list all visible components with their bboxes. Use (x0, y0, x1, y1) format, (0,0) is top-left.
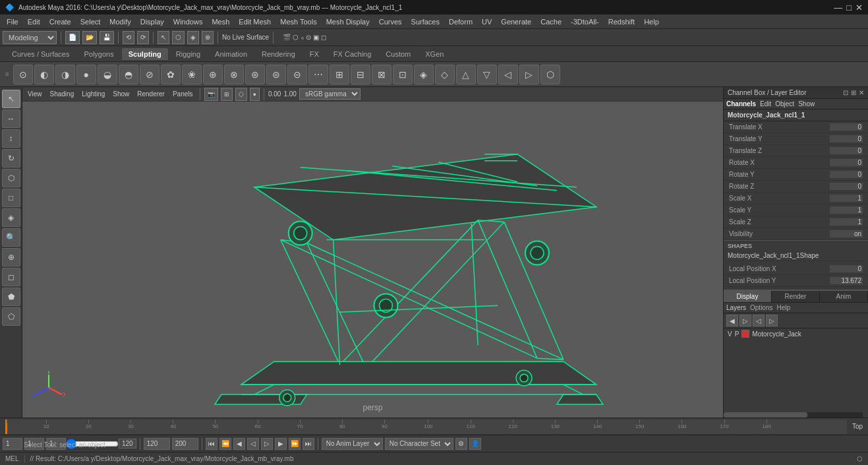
shelf-btn-15[interactable]: ⊞ (330, 65, 349, 84)
left-tool-1[interactable]: ↔ (2, 109, 20, 128)
play-fwd-btn[interactable]: ▷ (261, 438, 273, 450)
left-tool-8[interactable]: ⊕ (2, 248, 20, 266)
shelf-btn-17[interactable]: ⊠ (372, 65, 391, 84)
channels-tab[interactable]: Channels (726, 100, 756, 108)
tab-animation[interactable]: Animation (208, 48, 254, 60)
edit-tab[interactable]: Edit (760, 100, 771, 108)
tab-polygons[interactable]: Polygons (77, 48, 120, 60)
anim-layer-select[interactable]: No Anim Layer (322, 438, 383, 450)
redo-btn[interactable]: ⟳ (137, 31, 149, 44)
left-tool-11[interactable]: ⬠ (2, 307, 20, 326)
menu-item-edit[interactable]: Edit (24, 16, 44, 27)
tab-custom[interactable]: Custom (379, 48, 417, 60)
shelf-btn-14[interactable]: ⋯ (308, 65, 328, 84)
shelf-btn-23[interactable]: ◁ (498, 65, 518, 84)
menu-item-mesh-display[interactable]: Mesh Display (322, 16, 374, 27)
window-controls[interactable]: — □ ✕ (834, 3, 863, 13)
snap-btn[interactable]: ◈ (187, 31, 199, 44)
vp-renderer-menu[interactable]: Renderer (134, 90, 167, 98)
shelf-btn-21[interactable]: △ (456, 65, 476, 84)
shelf-btn-20[interactable]: ◇ (435, 65, 455, 84)
minimize-button[interactable]: — (834, 3, 842, 13)
menu-item-mesh-tools[interactable]: Mesh Tools (276, 16, 320, 27)
channel-scale-x[interactable]: Scale X 1 (724, 193, 868, 204)
frame-input-1[interactable] (3, 438, 22, 450)
char-set-select[interactable]: No Character Set (385, 438, 453, 450)
layer-icon-3[interactable]: ◁ (753, 315, 765, 326)
menu-item-create[interactable]: Create (45, 16, 75, 27)
left-tool-0[interactable]: ↖ (2, 90, 20, 108)
menu-item-uv[interactable]: UV (478, 16, 496, 27)
shelf-btn-16[interactable]: ⊟ (351, 65, 370, 84)
shelf-btn-1[interactable]: ◐ (34, 65, 54, 84)
shelf-btn-5[interactable]: ◓ (119, 65, 138, 84)
playback-max[interactable] (172, 438, 198, 450)
lasso-btn[interactable]: ⬡ (172, 31, 185, 44)
display-tab[interactable]: Display (724, 291, 772, 302)
tab-rendering[interactable]: Rendering (255, 48, 302, 60)
vp-lighting-menu[interactable]: Lighting (79, 90, 107, 98)
frame-input-2[interactable] (24, 438, 44, 450)
menu-item-help[interactable]: Help (640, 16, 663, 27)
left-tool-3[interactable]: ↻ (2, 149, 20, 168)
channel-rotate-z[interactable]: Rotate Z 0 (724, 181, 868, 193)
left-tool-10[interactable]: ⬟ (2, 288, 20, 306)
mode-select[interactable]: Modeling Rigging Animation FX Rendering … (3, 31, 57, 44)
go-start-btn[interactable]: ⏮ (206, 438, 217, 450)
vp-wire-btn[interactable]: ⬡ (235, 88, 247, 101)
left-tool-2[interactable]: ↕ (2, 129, 20, 148)
open-btn[interactable]: 📂 (82, 31, 97, 44)
playback-end[interactable] (144, 438, 170, 450)
prev-key-btn[interactable]: ⏪ (219, 438, 231, 450)
h-scrollbar[interactable] (724, 412, 863, 418)
vp-smooth-btn[interactable]: ● (250, 88, 260, 101)
channel-translate-z[interactable]: Translate Z 0 (724, 145, 868, 157)
menu-item-file[interactable]: File (3, 16, 22, 27)
shelf-btn-3[interactable]: ● (76, 65, 96, 84)
shelf-btn-9[interactable]: ⊕ (203, 65, 223, 84)
frame-slider[interactable] (66, 439, 119, 449)
shelf-btn-19[interactable]: ◈ (414, 65, 434, 84)
channel-local-pos-y[interactable]: Local Position Y 13.672 (724, 275, 868, 287)
vp-shading-menu[interactable]: Shading (47, 90, 77, 98)
tab-curves-surfaces[interactable]: Curves / Surfaces (5, 48, 76, 60)
anim-tab[interactable]: Anim (820, 291, 868, 302)
channel-translate-y[interactable]: Translate Y 0 (724, 133, 868, 145)
gamma-select[interactable]: sRGB gamma Linear (299, 88, 361, 100)
shelf-btn-11[interactable]: ⊛ (245, 65, 265, 84)
shelf-btn-0[interactable]: ⊙ (13, 65, 33, 84)
layer-icon-2[interactable]: ▷ (739, 315, 751, 326)
channel-scale-z[interactable]: Scale Z 1 (724, 216, 868, 228)
undo-btn[interactable]: ⟲ (123, 31, 134, 44)
object-tab[interactable]: Object (775, 100, 794, 108)
next-key-btn[interactable]: ⏩ (289, 438, 301, 450)
layer-icon-4[interactable]: ▷ (766, 315, 778, 326)
shelf-btn-22[interactable]: ▽ (477, 65, 497, 84)
options-label[interactable]: Options (750, 304, 772, 311)
menu-item-modify[interactable]: Modify (105, 16, 134, 27)
shelf-btn-4[interactable]: ◒ (98, 65, 117, 84)
timeline-ruler[interactable]: 1102030405060708090100110120130140150160… (5, 419, 847, 434)
save-btn[interactable]: 💾 (100, 31, 114, 44)
channel-local-pos-x[interactable]: Local Position X 0 (724, 263, 868, 275)
show-tab[interactable]: Show (798, 100, 815, 108)
shelf-btn-18[interactable]: ⊡ (393, 65, 413, 84)
snap2-btn[interactable]: ⊕ (202, 31, 214, 44)
help-label[interactable]: Help (776, 304, 790, 311)
menu-item-select[interactable]: Select (76, 16, 105, 27)
menu-item-redshift[interactable]: Redshift (604, 16, 639, 27)
layer-row[interactable]: V P Motorcycle_Jack (724, 328, 868, 339)
left-tool-5[interactable]: □ (2, 189, 20, 207)
menu-item-edit-mesh[interactable]: Edit Mesh (235, 16, 275, 27)
close-button[interactable]: ✕ (855, 3, 863, 13)
tab-xgen[interactable]: XGen (419, 48, 450, 60)
next-frame-btn[interactable]: ▶ (275, 438, 287, 450)
tab-rigging[interactable]: Rigging (169, 48, 207, 60)
menu-item--3dtoall-[interactable]: -3DtoAll- (567, 16, 603, 27)
play-back-btn[interactable]: ◁ (247, 438, 259, 450)
vp-view-menu[interactable]: View (25, 90, 45, 98)
maximize-button[interactable]: □ (846, 3, 852, 13)
shelf-btn-7[interactable]: ✿ (161, 65, 181, 84)
shelf-btn-2[interactable]: ◑ (55, 65, 75, 84)
vp-grid-btn[interactable]: ⊞ (221, 88, 233, 101)
